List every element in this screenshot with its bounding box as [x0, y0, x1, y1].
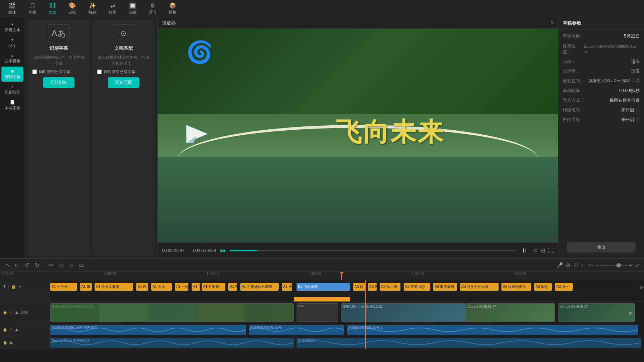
text-clip-1[interactable]: A1 哦 [80, 283, 92, 291]
text-clip-6[interactable]: A1 哭 [192, 283, 201, 291]
toolbar-transitions[interactable]: ⇄ 转场 [103, 1, 122, 16]
audio1-eye-icon[interactable]: 👁 [9, 328, 13, 332]
video-clip-0[interactable]: 变速0.9X 3.MP4 00:00:23:40 [50, 303, 294, 322]
recognize-checkbox[interactable] [32, 69, 37, 74]
play-pause-button[interactable]: ⏸ [520, 246, 529, 255]
video-eye-icon[interactable]: 👁 [9, 310, 13, 314]
text-clip-7[interactable]: A1 对啊找 [202, 283, 225, 291]
fullscreen-icon[interactable]: ⛶ [548, 247, 554, 254]
video-lock-icon[interactable]: 🔒 [3, 310, 7, 314]
text-clip-20[interactable]: A3 回一 [555, 283, 573, 291]
music-lock-icon[interactable]: 🔒 [3, 341, 7, 344]
music-clip-0[interactable]: Dearest Piano ♻ 变速0.8X [50, 338, 294, 348]
text-clip-12[interactable]: A3 目 [353, 283, 365, 291]
toolbar-media[interactable]: 🎬 媒体 [3, 1, 21, 16]
highlight-track-content[interactable] [50, 293, 644, 301]
recognize-start-button[interactable]: 开始识别 [43, 77, 75, 88]
sidebar-recognize-lyrics[interactable]: ♪ 识别歌词 [1, 82, 23, 97]
match-checkbox[interactable] [97, 69, 102, 74]
text-clip-11[interactable]: E2 飞向未来 [297, 283, 350, 291]
toolbar-text[interactable]: TI 文本 [43, 1, 62, 16]
progress-bar[interactable] [230, 250, 516, 251]
text-clip-14[interactable]: A3 从小啊 [380, 283, 400, 291]
text-eye-icon[interactable]: 👁 [18, 285, 22, 289]
video-track-scroll[interactable]: ▶ [629, 310, 633, 315]
text-clip-17[interactable]: A3 可是为什么国 [460, 283, 499, 291]
video-track-content[interactable]: 变速0.9X 3.MP4 00:00:23:40 [50, 302, 644, 323]
tl-icon-2[interactable]: ⊡ [573, 262, 578, 269]
sidebar-text-template[interactable]: ≡ 文字模板 [1, 51, 23, 66]
audio-clip-1[interactable]: 南湖街道桥园街109号 [249, 325, 344, 335]
text-clip-2[interactable]: A1 今天又看着 [95, 283, 133, 291]
text-clip-9[interactable]: A1 可是她这只期限 [240, 283, 279, 291]
zoom-thumb[interactable] [616, 263, 621, 267]
split-button[interactable]: ✂ [47, 261, 54, 269]
audio1-lock-icon[interactable]: 🔒 [3, 328, 7, 332]
toolbar-adjust[interactable]: ⚙ 调节 [143, 1, 162, 16]
text-clip-16[interactable]: A3 银庆章啊 [433, 283, 457, 291]
text-lock-icon[interactable]: 🔒 [11, 284, 16, 289]
text-clip-3[interactable]: A1 跑 [136, 283, 148, 291]
zoom-track[interactable] [599, 265, 628, 266]
mic-icon[interactable]: 🎤 [556, 262, 563, 269]
text-clip-13[interactable]: A3 来 [368, 283, 377, 291]
free-layer-info-icon[interactable]: ⓘ [635, 117, 640, 123]
text-clip-10[interactable]: A1 去 [282, 283, 293, 291]
text-clip-0[interactable]: A1 一个长 [50, 283, 77, 291]
audio-track-1-content[interactable]: 南湖街道桥园街109号 变声 回音 南湖街道桥园街109号 [50, 323, 644, 336]
recognize-checkbox-row[interactable]: 同时清空已有字幕 [32, 69, 71, 74]
text-track-scroll-arrow[interactable]: ▶ [640, 283, 644, 290]
text-clip-5[interactable]: A1 一起 [175, 283, 188, 291]
video-clip-4[interactable]: 三.mp4 00:00:08:27 ▶ [558, 303, 635, 322]
select-tool-button[interactable]: ↖ [4, 261, 12, 269]
sidebar-flower[interactable]: ✦ 花字 [1, 35, 23, 50]
toolbar-sticker[interactable]: 🎨 贴纸 [63, 1, 82, 16]
fit-icon[interactable]: ⤢ [635, 262, 640, 269]
text-clip-8[interactable]: A1 去 [228, 283, 237, 291]
tl-icon-1[interactable]: ⊞ [566, 262, 571, 269]
redo-button[interactable]: ↻ [33, 261, 41, 269]
screenshot-icon[interactable]: ⊙ [533, 247, 538, 254]
match-checkbox-row[interactable]: 同时清空已有字幕 [97, 69, 135, 74]
undo-button[interactable]: ↺ [23, 261, 30, 269]
text-clip-15[interactable]: A3 常常回想 [404, 283, 431, 291]
sidebar-new-text[interactable]: + 新建文本 [1, 20, 23, 35]
match-start-button[interactable]: 开始匹配 [108, 77, 139, 88]
music-track-content[interactable]: Dearest Piano ♻ 变速0.8X ♻ 变速0.8X [50, 336, 644, 349]
video-audio-icon[interactable]: 🔈 [15, 310, 19, 314]
tl-icon-4[interactable]: ⇔ [588, 262, 593, 269]
toolbar-effects[interactable]: ✨ 特效 [83, 1, 102, 16]
toolbar-filters[interactable]: 🔲 滤镜 [123, 1, 142, 16]
video-container[interactable]: 🌀 飞向未来 [158, 29, 558, 242]
video-clip-2[interactable]: 变速0.9X .mp4 00:00:12:02 [341, 303, 466, 322]
trim-left-button[interactable]: ◁ [57, 261, 64, 269]
grid-view-icon[interactable]: ⊞ [540, 247, 545, 254]
tl-icon-3[interactable]: ⇐ [581, 262, 586, 269]
video-clip-1[interactable]: 0F6B... [297, 303, 338, 322]
sidebar-local-subtitle[interactable]: 📄 本地字幕 [1, 98, 23, 113]
audio-clip-2[interactable]: 南湖街道桥园街109号 2 [347, 325, 638, 335]
delete-button[interactable]: ▭ [77, 261, 86, 269]
text-clip-4[interactable]: A1 天天 [151, 283, 172, 291]
text-clip-18[interactable]: A3 这样的爱义 [501, 283, 531, 291]
text-clip-19[interactable]: A3 地也 [534, 283, 552, 291]
video-clip-3[interactable]: 二.mp4 00:00:06:47 [466, 303, 555, 322]
modify-button[interactable]: 修改 [567, 242, 635, 252]
music-clip-1[interactable]: ♻ 变速0.8X [297, 338, 641, 348]
player-menu-icon[interactable]: ≡ [551, 20, 554, 26]
trim-right-button[interactable]: ▷ [67, 261, 75, 269]
toolbar-audio[interactable]: 🎵 音频 [23, 1, 42, 16]
select-dropdown[interactable]: ▾ [15, 263, 17, 268]
music-audio-icon[interactable]: 🔈 [9, 341, 14, 344]
toolbar-templates[interactable]: 📦 模板 [163, 1, 182, 16]
proxy-info-icon[interactable]: ⓘ [635, 107, 640, 113]
sidebar-smart-subtitle[interactable]: ◉ 智能字幕 [1, 67, 23, 82]
audio1-audio-icon[interactable]: 🔈 [15, 328, 19, 332]
smart-subtitle-icon: ◉ [11, 69, 14, 73]
highlight-clip[interactable] [294, 297, 350, 301]
text-track-content[interactable]: A1 一个长 A1 哦 A1 今天又看着 A1 跑 A1 天天 A1 一起 A1… [50, 280, 644, 293]
audio-clip-0[interactable]: 南湖街道桥园街109号 变声 回音 [50, 325, 246, 335]
zoom-out-button[interactable]: - [596, 262, 598, 268]
zoom-in-button[interactable]: + [629, 262, 632, 268]
match-title: 文稿匹配 [114, 45, 133, 52]
